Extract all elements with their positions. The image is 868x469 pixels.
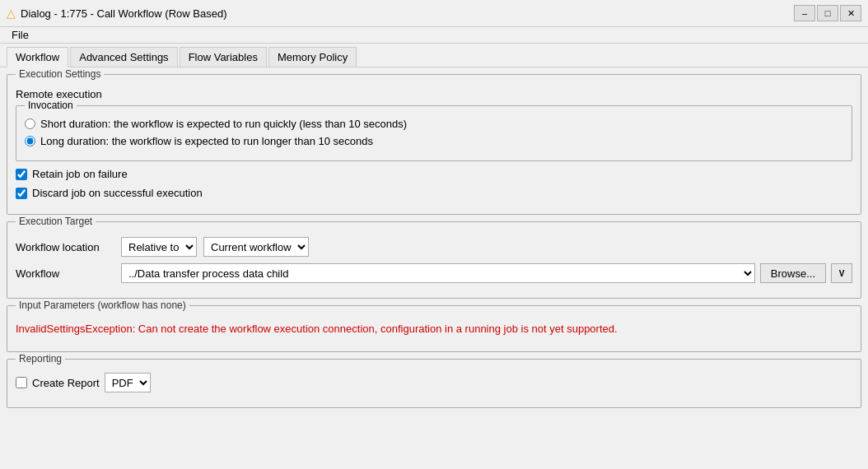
error-message: InvalidSettingsException: Can not create… <box>16 319 852 338</box>
create-report-label: Create Report <box>32 377 100 389</box>
app-icon: △ <box>7 7 16 20</box>
maximize-button[interactable]: □ <box>817 5 838 21</box>
retain-job-checkbox[interactable] <box>16 169 27 180</box>
execution-target-group: Execution Target Workflow location Relat… <box>7 221 861 299</box>
tab-memory-policy[interactable]: Memory Policy <box>268 47 357 67</box>
workflow-label: Workflow <box>16 267 114 280</box>
radio-short-duration[interactable] <box>25 118 35 129</box>
retain-job-row: Retain job on failure <box>16 168 852 180</box>
title-bar: △ Dialog - 1:775 - Call Workflow (Row Ba… <box>0 0 868 27</box>
input-parameters-title: Input Parameters (workflow has none) <box>16 300 189 311</box>
workflow-location-label: Workflow location <box>16 241 114 253</box>
radio-short-duration-label: Short duration: the workflow is expected… <box>40 118 407 130</box>
workflow-row: Workflow ../Data transfer process data c… <box>16 263 852 283</box>
create-report-checkbox[interactable] <box>16 377 27 388</box>
workflow-location-row: Workflow location Relative to Absolute C… <box>16 237 852 257</box>
execution-settings-title: Execution Settings <box>16 68 104 80</box>
radio-short-duration-row: Short duration: the workflow is expected… <box>25 118 843 130</box>
discard-job-row: Discard job on successful execution <box>16 187 852 199</box>
execution-target-title: Execution Target <box>16 216 96 227</box>
radio-long-duration-row: Long duration: the workflow is expected … <box>25 135 843 147</box>
retain-job-label: Retain job on failure <box>32 168 128 180</box>
window-title: Dialog - 1:775 - Call Workflow (Row Base… <box>21 7 226 20</box>
reporting-group: Reporting Create Report PDF <box>7 359 861 408</box>
tab-advanced-settings[interactable]: Advanced Settings <box>70 47 177 67</box>
workflow-location-select[interactable]: Relative to Absolute <box>121 237 197 257</box>
input-parameters-group: Input Parameters (workflow has none) Inv… <box>7 305 861 352</box>
variable-button[interactable]: V <box>831 263 852 283</box>
report-format-select[interactable]: PDF <box>105 373 151 392</box>
execution-settings-group: Execution Settings Remote execution Invo… <box>7 74 861 215</box>
current-workflow-select[interactable]: Current workflow <box>203 237 309 257</box>
workflow-input-row: ../Data transfer process data child Brow… <box>121 263 852 283</box>
invocation-group: Invocation Short duration: the workflow … <box>16 105 852 161</box>
tab-workflow[interactable]: Workflow <box>7 47 68 67</box>
variable-icon: V <box>839 269 845 278</box>
main-content: Execution Settings Remote execution Invo… <box>0 67 868 469</box>
invocation-title: Invocation <box>25 100 77 111</box>
discard-job-checkbox[interactable] <box>16 188 27 199</box>
workflow-path-select[interactable]: ../Data transfer process data child <box>121 263 755 283</box>
remote-execution-label: Remote execution <box>16 88 852 100</box>
tab-bar: Workflow Advanced Settings Flow Variable… <box>0 44 868 67</box>
create-report-row: Create Report PDF <box>16 373 852 392</box>
tab-flow-variables[interactable]: Flow Variables <box>180 47 267 67</box>
menu-file[interactable]: File <box>7 27 34 43</box>
menu-bar: File <box>0 27 868 44</box>
radio-long-duration[interactable] <box>25 136 35 146</box>
browse-button[interactable]: Browse... <box>760 263 826 283</box>
minimize-button[interactable]: – <box>794 5 815 21</box>
discard-job-label: Discard job on successful execution <box>32 187 203 199</box>
reporting-title: Reporting <box>16 353 65 365</box>
close-button[interactable]: ✕ <box>840 5 861 21</box>
radio-long-duration-label: Long duration: the workflow is expected … <box>40 135 373 147</box>
window-controls: – □ ✕ <box>794 5 861 21</box>
